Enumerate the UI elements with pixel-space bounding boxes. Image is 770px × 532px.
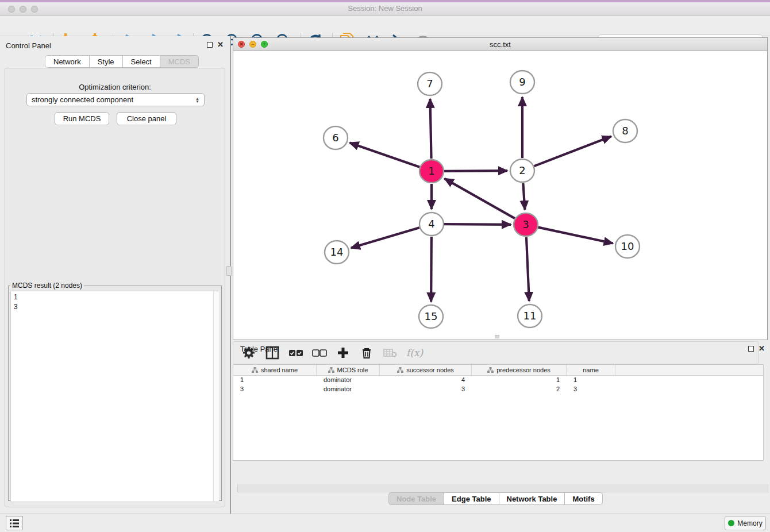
column-header-name[interactable]: name [567,365,615,375]
table-scroll-strip[interactable] [237,484,768,492]
graph-edge-4-14[interactable] [351,228,419,248]
table-cell[interactable]: dominator [317,385,380,394]
graph-node-label-15: 15 [425,310,438,322]
float-panel-icon[interactable] [207,42,213,48]
close-panel-icon[interactable]: ✕ [217,42,224,48]
graph-node-label-14: 14 [330,246,344,258]
delete-column-icon[interactable] [359,345,374,360]
table-cell[interactable]: 3 [233,385,317,394]
table-cell[interactable]: 1 [472,376,567,385]
tab-network[interactable]: Network [45,55,90,68]
network-graph-canvas[interactable]: 1234678910111415 [233,51,767,340]
table-row-0[interactable]: 1dominator411 [233,376,763,385]
control-panel: Control Panel ✕ Network Style Select MCD… [0,36,230,514]
table-row-1[interactable]: 3dominator323 [233,385,763,394]
graph-edge-1-6[interactable] [350,143,420,167]
table-cell[interactable]: 4 [380,376,472,385]
graph-edge-4-3[interactable] [444,224,511,225]
memory-status-icon [728,520,734,526]
select-stepper-icon: ▲▼ [195,97,199,103]
delete-table-icon [383,345,398,360]
graph-edge-4-15[interactable] [431,237,432,302]
table-panel: Table Panel ✕ f(x) shared nameMCDS roles… [233,341,770,514]
column-header-predecessor-nodes[interactable]: predecessor nodes [472,365,567,375]
graph-node-label-11: 11 [523,310,537,322]
graph-node-label-2: 2 [519,164,525,176]
node-table[interactable]: shared nameMCDS rolesuccessor nodesprede… [233,364,764,461]
session-title: Session: New Session [0,4,770,13]
tab-select[interactable]: Select [123,55,160,68]
tab-node-table[interactable]: Node Table [388,492,444,505]
status-bar: Memory [0,514,770,532]
graph-edge-1-7[interactable] [430,99,432,159]
graph-edge-3-11[interactable] [526,237,529,301]
table-cell[interactable]: 1 [233,376,317,385]
float-table-panel-icon[interactable] [748,346,754,352]
table-cell[interactable]: 2 [472,385,567,394]
titlebar-accent [0,0,770,2]
tab-mcds[interactable]: MCDS [160,55,199,68]
tab-style[interactable]: Style [90,55,123,68]
tab-network-table[interactable]: Network Table [499,492,565,505]
table-cell[interactable]: dominator [317,376,380,385]
table-cell[interactable]: 3 [380,385,472,394]
column-header-successor-nodes[interactable]: successor nodes [380,365,472,375]
selected-option: strongly connected component [32,95,133,104]
graph-edge-3-1[interactable] [445,179,515,218]
graph-node-label-8: 8 [622,125,628,137]
graph-node-label-9: 9 [519,76,525,88]
table-toolbar: f(x) [233,341,759,364]
table-tabs: Node Table Edge Table Network Table Moti… [388,492,603,505]
optimization-criterion-label: Optimization criterion: [5,83,225,91]
graph-edge-1-2[interactable] [444,171,507,171]
network-view-window: ✕ − + scc.txt 1234678910111415 [233,37,768,340]
add-column-icon[interactable] [336,345,351,360]
graph-node-label-3: 3 [522,218,529,230]
column-header-shared-name[interactable]: shared name [233,365,317,375]
select-all-columns-icon[interactable] [288,345,303,360]
result-scrollbar[interactable] [213,291,219,502]
graph-node-label-1: 1 [428,165,434,177]
optimization-criterion-select[interactable]: strongly connected component ▲▼ [26,93,205,106]
mcds-result-title: MCDS result (2 nodes) [10,282,84,290]
app-titlebar: Session: New Session [0,0,770,16]
table-header-row: shared nameMCDS rolesuccessor nodesprede… [233,365,763,376]
graph-node-label-7: 7 [426,78,433,90]
graph-node-label-10: 10 [621,240,634,252]
graph-edge-2-3[interactable] [523,183,525,210]
network-window-titlebar[interactable]: ✕ − + scc.txt [233,38,767,51]
table-cell[interactable]: 3 [567,385,615,394]
list-icon [10,519,19,527]
graph-edge-3-10[interactable] [538,228,613,244]
deselect-all-columns-icon[interactable] [312,345,327,360]
canvas-grip[interactable] [495,335,499,338]
control-panel-tabs: Network Style Select MCDS [45,55,199,68]
close-table-panel-icon[interactable]: ✕ [759,346,765,352]
mcds-result-text[interactable]: 1 3 [10,291,218,502]
column-header-MCDS-role[interactable]: MCDS role [317,365,380,375]
graph-edge-2-8[interactable] [534,136,611,166]
table-cell[interactable]: 1 [567,376,615,385]
graph-node-label-6: 6 [332,132,338,144]
tab-motifs[interactable]: Motifs [565,492,602,505]
control-panel-title: Control Panel [6,41,51,50]
run-mcds-button[interactable]: Run MCDS [55,112,109,125]
network-title: scc.txt [233,40,767,49]
mcds-panel-body: Optimization criterion: strongly connect… [5,68,225,507]
graph-node-label-4: 4 [428,218,434,230]
function-builder-button: f(x) [406,347,423,358]
column-header-filler [615,365,763,375]
main-toolbar [0,16,770,36]
task-history-button[interactable] [6,516,23,530]
memory-button[interactable]: Memory [725,516,766,530]
memory-label: Memory [737,519,762,527]
divider-grip[interactable] [226,266,232,276]
tab-edge-table[interactable]: Edge Table [444,492,499,505]
close-panel-button[interactable]: Close panel [117,112,176,125]
table-body: 1dominator4113dominator323 [233,376,763,394]
table-panel-title: Table Panel [240,345,279,353]
mcds-result-group: MCDS result (2 nodes) 1 3 [8,282,222,501]
